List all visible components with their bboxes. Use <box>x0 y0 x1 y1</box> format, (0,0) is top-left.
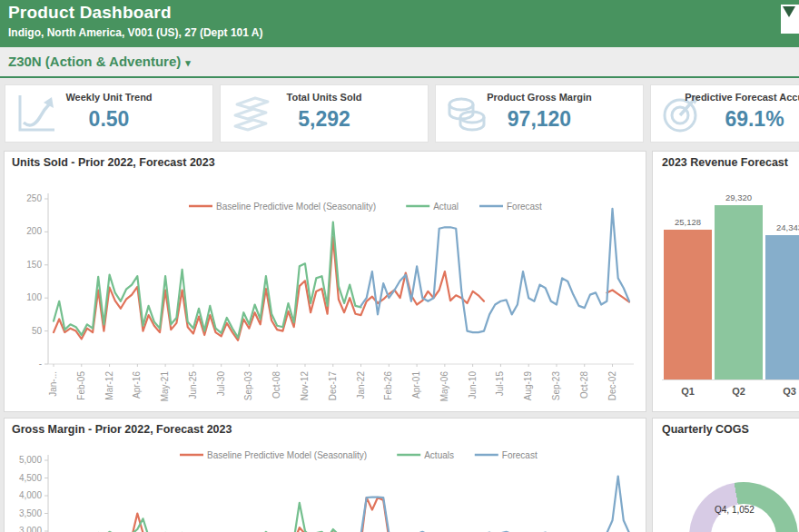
revenue-bar-q1[interactable]: 25,128 <box>664 230 712 379</box>
quarterly-cogs-panel: Quarterly COGS Q4, 1,052 <box>652 418 799 532</box>
svg-text:Feb-26: Feb-26 <box>383 371 393 400</box>
units-sold-title: Units Sold - Prior 2022, Forecast 2023 <box>12 156 638 173</box>
kpi-label: Total Units Sold <box>221 92 428 103</box>
revenue-categories: Q1Q2Q3 <box>662 386 799 397</box>
units-sold-panel: Units Sold - Prior 2022, Forecast 2023 2… <box>4 151 646 412</box>
svg-text:250: 250 <box>26 193 42 203</box>
svg-text:150: 150 <box>26 260 42 270</box>
revenue-bars: 25,12829,32024,343 <box>662 194 799 380</box>
svg-text:5,000: 5,000 <box>19 455 42 465</box>
kpi-value: 5,292 <box>221 107 428 132</box>
bottom-row: Gross Margin - Prior 2022, Forecast 2023… <box>4 418 799 532</box>
svg-text:Actuals: Actuals <box>424 450 454 460</box>
svg-text:Dec-02: Dec-02 <box>607 371 617 401</box>
svg-text:Baseline Predictive Model (Sea: Baseline Predictive Model (Seasonality) <box>207 450 367 460</box>
logo-mark-icon <box>781 5 799 34</box>
svg-text:4,000: 4,000 <box>19 490 42 500</box>
svg-text:Mar-12: Mar-12 <box>104 371 114 400</box>
svg-text:Aug-19: Aug-19 <box>523 371 533 401</box>
svg-text:Baseline Predictive Model (Sea: Baseline Predictive Model (Seasonality) <box>216 202 376 212</box>
kpi-value: 97,120 <box>436 107 643 132</box>
kpi-card-product-gross-margin: Product Gross Margin 97,120 <box>435 84 644 143</box>
product-filter-value: Z30N (Action & Adventure) <box>8 54 181 69</box>
kpi-value: 69.1% <box>651 107 799 132</box>
svg-text:Sep-23: Sep-23 <box>551 371 561 401</box>
bar-value-label: 29,320 <box>715 192 763 202</box>
product-filter-dropdown[interactable]: Z30N (Action & Adventure)▾ <box>8 54 191 69</box>
svg-text:Apr-01: Apr-01 <box>411 371 421 399</box>
svg-text:3,000: 3,000 <box>19 526 42 532</box>
svg-text:Jun-10: Jun-10 <box>468 371 478 399</box>
bar-category-label: Q3 <box>765 386 799 397</box>
svg-text:Jan-22: Jan-22 <box>356 371 366 399</box>
revenue-forecast-panel: 2023 Revenue Forecast 25,12829,32024,343… <box>652 151 799 412</box>
bar-value-label: 25,128 <box>664 217 712 227</box>
svg-text:100: 100 <box>26 292 42 302</box>
revenue-bar-q3[interactable]: 24,343 <box>765 235 799 379</box>
kpi-label: Weekly Unit Trend <box>5 92 212 103</box>
svg-text:Forecast: Forecast <box>502 450 538 460</box>
svg-text:4,500: 4,500 <box>19 473 42 483</box>
filter-bar: Z30N (Action & Adventure)▾ <box>0 47 799 78</box>
cogs-slice-label: Q4, 1,052 <box>715 505 755 515</box>
svg-text:Dec-17: Dec-17 <box>328 371 338 401</box>
kpi-card-total-units-sold: Total Units Sold 5,292 <box>220 84 429 143</box>
svg-text:May-21: May-21 <box>160 371 170 402</box>
gross-margin-line-chart[interactable]: 5,0004,5004,0003,5003,0002,500Baseline P… <box>12 440 638 532</box>
kpi-label: Product Gross Margin <box>436 92 643 103</box>
main-row: Units Sold - Prior 2022, Forecast 2023 2… <box>4 151 799 412</box>
svg-text:-: - <box>39 359 42 369</box>
svg-text:Forecast: Forecast <box>507 202 542 212</box>
quarterly-cogs-title: Quarterly COGS <box>662 423 799 440</box>
bar-category-label: Q1 <box>664 386 712 397</box>
svg-text:Nov-12: Nov-12 <box>300 371 310 401</box>
svg-text:Jul-15: Jul-15 <box>495 371 505 397</box>
svg-text:Jul-30: Jul-30 <box>216 371 226 397</box>
svg-text:Feb-05: Feb-05 <box>76 371 86 400</box>
svg-text:Apr-16: Apr-16 <box>132 371 142 399</box>
kpi-row: Weekly Unit Trend 0.50 Total Units Sold … <box>0 78 799 147</box>
kpi-label: Predictive Forecast Accuracy <box>651 92 799 103</box>
svg-text:Oct-28: Oct-28 <box>579 371 589 399</box>
page-subtitle: Indigo, North America, V001 (US), 27 (De… <box>8 26 263 39</box>
kpi-value: 0.50 <box>5 107 212 132</box>
dashboard-screen: { "header": { "title": "Product Dashboar… <box>0 0 799 532</box>
page-title: Product Dashboard <box>8 3 172 23</box>
app-logo <box>781 5 799 34</box>
svg-text:Oct-08: Oct-08 <box>271 371 281 399</box>
chevron-down-icon: ▾ <box>185 57 191 68</box>
svg-text:50: 50 <box>32 326 43 336</box>
svg-text:Sep-03: Sep-03 <box>243 371 253 401</box>
svg-text:3,500: 3,500 <box>19 508 42 518</box>
revenue-bar-chart[interactable]: 25,12829,32024,343 Q1Q2Q3 <box>662 195 799 397</box>
app-header: Product Dashboard Indigo, North America,… <box>0 0 799 47</box>
units-sold-line-chart[interactable]: 25020015010050-Jan-...Feb-05Mar-12Apr-16… <box>12 173 638 411</box>
gross-margin-title: Gross Margin - Prior 2022, Forecast 2023 <box>12 423 638 440</box>
svg-text:200: 200 <box>26 226 42 236</box>
revenue-bar-q2[interactable]: 29,320 <box>715 205 763 379</box>
svg-text:Jan-...: Jan-... <box>48 371 58 397</box>
svg-text:Jun-25: Jun-25 <box>188 371 198 399</box>
gross-margin-panel: Gross Margin - Prior 2022, Forecast 2023… <box>4 418 646 532</box>
svg-text:May-06: May-06 <box>439 371 449 402</box>
kpi-card-weekly-unit-trend: Weekly Unit Trend 0.50 <box>5 84 213 143</box>
revenue-forecast-title: 2023 Revenue Forecast <box>662 156 799 173</box>
kpi-card-forecast-accuracy: Predictive Forecast Accuracy 69.1% <box>650 84 799 143</box>
bar-value-label: 24,343 <box>765 222 799 232</box>
svg-text:Actual: Actual <box>433 202 459 212</box>
bar-category-label: Q2 <box>715 386 763 397</box>
